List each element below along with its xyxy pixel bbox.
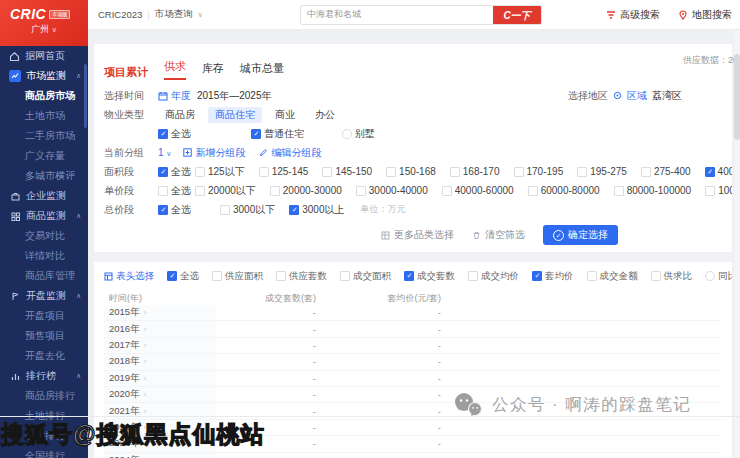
checkbox[interactable] [158, 205, 168, 215]
sidebar-item-opening-absorption[interactable]: 开盘去化 [0, 346, 88, 366]
logo-block[interactable]: CRIC 市场版 广州 ∨ [0, 0, 88, 46]
checkbox[interactable] [614, 186, 624, 196]
checkbox[interactable] [220, 205, 230, 215]
tab-project-cumulative[interactable]: 项目累计 [104, 65, 148, 80]
expand-arrow-icon[interactable]: › [144, 325, 147, 334]
sidebar-group-product[interactable]: 商品监测 ∧ [0, 206, 88, 226]
area-option[interactable]: 125-145 [259, 166, 309, 177]
price-option[interactable]: 20000以下 [195, 184, 256, 198]
table-row[interactable]: 2018年›-- [104, 354, 722, 370]
search-button[interactable]: C一下 [493, 6, 541, 24]
tab-supply-demand[interactable]: 供求 [164, 59, 186, 80]
checkbox[interactable] [577, 167, 587, 177]
area-option[interactable]: 全选 [158, 165, 191, 179]
area-option[interactable]: 145-150 [322, 166, 372, 177]
map-search-button[interactable]: 地图搜索 [678, 8, 732, 22]
sidebar-group-ranking[interactable]: 排行榜 ∧ [0, 366, 88, 386]
price-option[interactable]: 60000-80000 [528, 185, 600, 196]
area-option[interactable]: 195-275 [577, 166, 627, 177]
checkbox[interactable] [404, 271, 414, 281]
checkbox[interactable] [340, 271, 350, 281]
sidebar-item-opening-projects[interactable]: 开盘项目 [0, 306, 88, 326]
checkbox[interactable] [167, 271, 177, 281]
type-option-commercial-housing[interactable]: 商品房 [158, 107, 202, 123]
col-option-supply-demand-ratio[interactable]: 供求比 [651, 270, 693, 283]
col-option-supply-units[interactable]: 供应套数 [276, 270, 327, 283]
col-option-sold-amount[interactable]: 成交金额 [587, 270, 638, 283]
expand-arrow-icon[interactable]: › [144, 308, 147, 317]
type-option-residential[interactable]: 商品住宅 [208, 107, 262, 123]
expand-arrow-icon[interactable]: › [144, 390, 147, 399]
more-categories-button[interactable]: 更多品类选择 [381, 228, 454, 242]
col-option-avg-unit-price[interactable]: 套均价 [532, 270, 574, 283]
checkbox[interactable] [356, 186, 366, 196]
scrollbar-thumb[interactable] [734, 54, 740, 140]
sidebar-item-land-market[interactable]: 土地市场 [0, 106, 88, 126]
sidebar-group-enterprise[interactable]: 企业监测 [0, 186, 88, 206]
col-option-sold-area[interactable]: 成交面积 [340, 270, 391, 283]
radio[interactable] [342, 129, 352, 139]
checkbox[interactable] [251, 129, 261, 139]
expand-arrow-icon[interactable]: › [144, 407, 147, 416]
checkbox[interactable] [532, 271, 542, 281]
sidebar-group-market[interactable]: 市场监测 ∧ [0, 66, 88, 86]
time-mode[interactable]: 年度 [171, 89, 191, 103]
checkbox[interactable] [259, 167, 269, 177]
area-option[interactable]: 275-400 [641, 166, 691, 177]
checkbox[interactable] [514, 167, 524, 177]
total-option[interactable]: 3000以下 [220, 203, 275, 217]
area-option[interactable]: 168-170 [450, 166, 500, 177]
type-sub-ordinary[interactable]: 普通住宅 [251, 127, 304, 141]
advanced-search-button[interactable]: 高级搜索 [606, 8, 660, 22]
expand-arrow-icon[interactable]: › [144, 341, 147, 350]
edit-group-button[interactable]: 编辑分组段 [259, 146, 321, 160]
total-option[interactable]: 全选 [158, 203, 216, 217]
radio[interactable] [705, 271, 715, 281]
col-header-time[interactable]: 时间(年) [104, 292, 216, 305]
table-row[interactable]: 2024年›-- [104, 453, 722, 458]
type-option-office[interactable]: 办公 [308, 107, 342, 123]
price-option[interactable]: 80000-100000 [614, 185, 692, 196]
breadcrumb-page[interactable]: 市场查询 [155, 8, 193, 21]
area-option[interactable]: 400以上 [705, 165, 732, 179]
sidebar-item-presale-projects[interactable]: 预售项目 [0, 326, 88, 346]
sidebar-item-secondhand-market[interactable]: 二手房市场 [0, 126, 88, 146]
checkbox[interactable] [450, 167, 460, 177]
col-option-sold-units[interactable]: 成交套数 [404, 270, 455, 283]
table-row[interactable]: 2015年›-- [104, 305, 722, 321]
sidebar-item-new-home-market[interactable]: 商品房市场 [0, 86, 88, 106]
checkbox[interactable] [195, 167, 205, 177]
price-option[interactable]: 100000以上 [705, 184, 732, 198]
sidebar-item-trade-compare[interactable]: 交易对比 [0, 226, 88, 246]
col-option-select-all[interactable]: 全选 [167, 270, 199, 283]
area-option[interactable]: 170-195 [514, 166, 564, 177]
table-row[interactable]: 2016年›-- [104, 321, 722, 337]
expand-arrow-icon[interactable]: › [144, 357, 147, 366]
checkbox[interactable] [587, 271, 597, 281]
clear-filter-button[interactable]: 清空筛选 [472, 228, 525, 242]
checkbox[interactable] [270, 186, 280, 196]
checkbox[interactable] [322, 167, 332, 177]
checkbox[interactable] [705, 167, 715, 177]
area-option[interactable]: 150-168 [386, 166, 436, 177]
region-mode[interactable]: 区域 [627, 89, 647, 103]
price-option[interactable]: 40000-60000 [442, 185, 514, 196]
table-row[interactable]: 2017年›-- [104, 338, 722, 354]
group-dropdown[interactable]: 1 ∨ [158, 147, 171, 158]
checkbox[interactable] [158, 186, 168, 196]
add-group-button[interactable]: 新增分组段 [183, 146, 245, 160]
total-option[interactable]: 3000以上 [289, 203, 344, 217]
col-header-sold-units[interactable]: 成交套数(套) [216, 292, 316, 305]
checkbox[interactable] [528, 186, 538, 196]
price-option[interactable]: 30000-40000 [356, 185, 428, 196]
sidebar-item-home-ranking[interactable]: 商品房排行 [0, 386, 88, 406]
page-scrollbar[interactable] [734, 30, 740, 458]
type-sub-select-all[interactable]: 全选 [158, 127, 191, 141]
city-selector[interactable]: 广州 ∨ [0, 23, 88, 36]
col-option-supply-area[interactable]: 供应面积 [212, 270, 263, 283]
type-sub-villa[interactable]: 别墅 [342, 127, 375, 141]
header-select-button[interactable]: 表头选择 [104, 270, 154, 283]
checkbox[interactable] [289, 205, 299, 215]
col-header-avg-unit-price[interactable]: 套均价(元/套) [316, 292, 441, 305]
price-option[interactable]: 全选 [158, 184, 191, 198]
